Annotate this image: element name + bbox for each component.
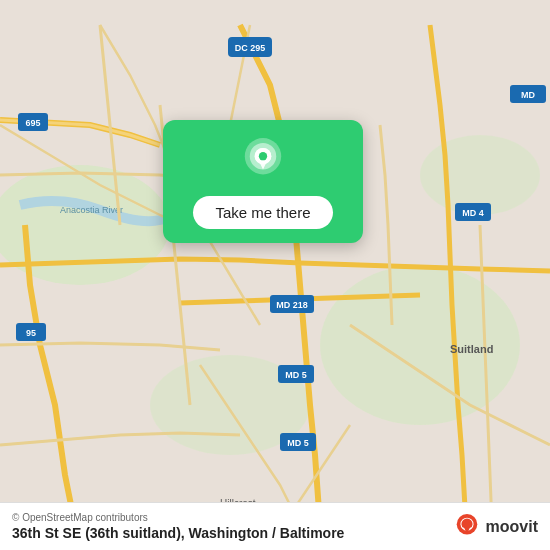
svg-text:DC 295: DC 295 (235, 43, 266, 53)
location-title: 36th St SE (36th suitland), Washington /… (12, 525, 344, 541)
map-container: Anacostia River DC 295 (0, 0, 550, 550)
svg-text:MD: MD (521, 90, 535, 100)
svg-text:MD 5: MD 5 (285, 370, 307, 380)
moovit-brand-icon (453, 513, 481, 541)
svg-point-28 (259, 152, 267, 160)
osm-attribution: © OpenStreetMap contributors (12, 512, 344, 523)
location-pin-icon (239, 138, 287, 186)
svg-text:Anacostia River: Anacostia River (60, 205, 123, 215)
location-card: Take me there (163, 120, 363, 243)
take-me-there-button[interactable]: Take me there (193, 196, 332, 229)
map-roads: Anacostia River DC 295 (0, 0, 550, 550)
location-info: © OpenStreetMap contributors 36th St SE … (12, 512, 344, 541)
svg-text:MD 5: MD 5 (287, 438, 309, 448)
moovit-logo: moovit (453, 513, 538, 541)
svg-text:695: 695 (25, 118, 40, 128)
svg-text:MD 218: MD 218 (276, 300, 308, 310)
svg-text:MD 4: MD 4 (462, 208, 484, 218)
moovit-brand-text: moovit (486, 518, 538, 536)
svg-text:Suitland: Suitland (450, 343, 493, 355)
bottom-bar: © OpenStreetMap contributors 36th St SE … (0, 502, 550, 550)
svg-text:95: 95 (26, 328, 36, 338)
